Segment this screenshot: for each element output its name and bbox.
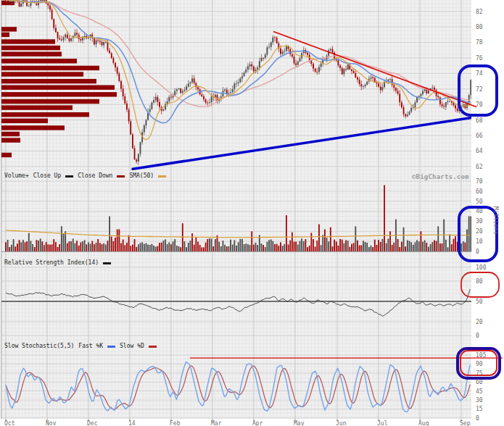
volume-bar <box>360 245 362 251</box>
candle-body <box>41 0 43 1</box>
volume-bar <box>430 244 431 251</box>
candle-body <box>11 1 12 2</box>
candle-body <box>132 135 133 149</box>
volume-bar <box>407 241 408 251</box>
candle-body <box>363 86 364 87</box>
candle-body <box>149 109 151 112</box>
volume-bar <box>238 242 239 251</box>
candle-body <box>76 33 78 34</box>
volume-bar <box>7 240 9 251</box>
volume-bar <box>409 241 410 251</box>
volume-bar <box>276 244 278 251</box>
volume-bar <box>270 240 272 251</box>
rsi-tick-label: 50 <box>476 298 483 305</box>
stoch-tick-label: 30 <box>476 397 483 404</box>
candle-body <box>315 69 316 72</box>
volume-tick-label: 0 <box>476 248 479 255</box>
volume-bar <box>357 241 358 251</box>
volume-bar <box>249 245 251 251</box>
candle-body <box>360 84 362 86</box>
volume-by-price-bar <box>1 99 99 104</box>
volume-bar <box>152 244 153 251</box>
sma-swatch <box>158 175 166 178</box>
candle-body <box>297 62 299 65</box>
candle-body <box>138 154 139 162</box>
volume-bar <box>307 247 308 251</box>
volume-bar <box>328 241 329 251</box>
candle-body <box>434 88 435 90</box>
volume-bar <box>197 242 199 251</box>
volume-bar <box>138 244 139 251</box>
volume-bar <box>78 246 80 251</box>
candle-body <box>97 40 99 41</box>
candle-body <box>130 122 131 135</box>
volume-bar <box>162 241 164 251</box>
volume-bar <box>371 246 372 251</box>
candle-body <box>75 33 76 36</box>
candle-body <box>409 112 410 114</box>
volume-bar <box>366 243 368 251</box>
volume-bar <box>140 243 141 251</box>
volume-bar <box>416 240 418 251</box>
candle-body <box>99 41 101 41</box>
candle-body <box>49 5 51 9</box>
candle-body <box>234 83 235 89</box>
candle-body <box>447 101 449 102</box>
candle-body <box>107 42 109 51</box>
candle-body <box>144 125 145 132</box>
candle-body <box>272 37 273 42</box>
candle-body <box>201 94 202 96</box>
price-tick-label: 80 <box>476 24 483 30</box>
volume-bar <box>118 230 120 251</box>
volume-bar <box>144 244 145 251</box>
volume-bar <box>130 246 131 251</box>
candle-body <box>120 81 122 89</box>
volume-by-price-bar <box>1 138 20 142</box>
volume-bar <box>132 245 133 251</box>
volume-bar <box>353 243 355 251</box>
candle-body <box>47 4 49 6</box>
volume-bar <box>436 241 437 251</box>
volume-bar <box>321 245 322 251</box>
volume-bar <box>365 242 366 251</box>
volume-bar <box>30 241 32 251</box>
candle-body <box>355 73 356 78</box>
volume-bar <box>207 239 208 251</box>
price-tick-label: 74 <box>476 70 483 77</box>
volume-by-price-bar <box>1 85 115 90</box>
candle-body <box>357 78 358 80</box>
candle-body <box>157 97 158 102</box>
volume-bar <box>159 243 160 251</box>
candle-body <box>332 49 334 53</box>
candle-body <box>299 58 301 61</box>
candle-body <box>268 47 270 48</box>
volume-bar <box>324 230 326 251</box>
volume-bar <box>19 240 20 251</box>
volume-bar <box>223 241 224 251</box>
candle-body <box>437 96 439 98</box>
candle-body <box>230 92 231 93</box>
candle-body <box>236 83 237 84</box>
volume-bar <box>218 242 220 251</box>
candle-body <box>102 42 103 46</box>
candle-body <box>366 82 368 85</box>
volume-bar <box>103 243 104 251</box>
volume-bar <box>468 216 470 251</box>
candle-body <box>176 89 178 91</box>
volume-tick-label: 50 <box>476 199 483 205</box>
volume-bar <box>212 246 214 251</box>
rsi-swatch <box>103 262 111 264</box>
volume-bar <box>251 231 252 251</box>
candle-body <box>339 65 341 68</box>
candle-body <box>397 91 399 94</box>
volume-bar <box>316 241 318 251</box>
volume-by-price-bar <box>1 119 48 123</box>
candle-body <box>405 114 406 117</box>
stoch-legend-d-label: Slow %D <box>120 343 144 349</box>
volume-by-price-bar <box>1 59 77 63</box>
stoch-tick-label: 45 <box>476 388 483 395</box>
candle-body <box>428 91 429 93</box>
volume-bar <box>146 243 147 251</box>
price-tick-label: 64 <box>476 148 483 154</box>
volume-bar <box>57 247 59 251</box>
